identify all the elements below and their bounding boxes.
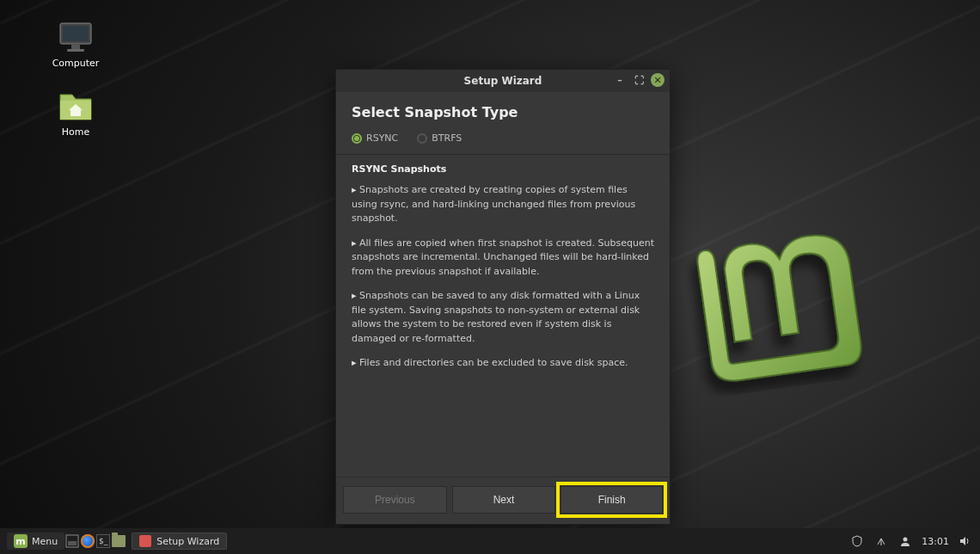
user-tray-icon[interactable]: [897, 533, 913, 549]
network-tray-icon[interactable]: [873, 533, 889, 549]
previous-button: Previous: [343, 486, 447, 514]
mint-logo-wallpaper: [679, 224, 877, 396]
folder-home-icon: [57, 90, 95, 123]
minimize-button[interactable]: –: [613, 73, 627, 87]
radio-rsync[interactable]: RSYNC: [352, 132, 398, 144]
svg-point-7: [903, 538, 908, 542]
desktop-icon-computer[interactable]: Computer: [41, 22, 110, 69]
radio-dot-icon: [352, 133, 362, 144]
clock[interactable]: 13:01: [922, 536, 949, 547]
bullet-text: All files are copied when first snapshot…: [352, 237, 654, 280]
taskbar: Menu $_ Setup Wizard 13:01: [0, 528, 980, 554]
desktop-icon-home[interactable]: Home: [41, 90, 110, 138]
maximize-button[interactable]: ⛶: [632, 73, 646, 87]
wizard-heading: Select Snapshot Type: [352, 104, 654, 120]
next-button[interactable]: Next: [452, 486, 556, 514]
svg-rect-2: [71, 45, 80, 49]
svg-rect-3: [67, 49, 84, 52]
system-tray: 13:01: [849, 533, 973, 549]
finish-button[interactable]: Finish: [560, 486, 663, 514]
menu-button[interactable]: Menu: [7, 532, 64, 550]
timeshift-icon: [139, 535, 151, 547]
firefox-launcher[interactable]: [80, 533, 95, 549]
window-title: Setup Wizard: [464, 75, 542, 87]
close-button[interactable]: ✕: [651, 73, 665, 87]
terminal-launcher[interactable]: $_: [95, 533, 111, 549]
files-launcher[interactable]: [111, 533, 126, 549]
volume-tray-icon[interactable]: [958, 533, 973, 549]
radio-label: BTRFS: [432, 132, 462, 144]
desktop-icon-label: Computer: [41, 58, 110, 69]
svg-rect-1: [63, 26, 89, 41]
setup-wizard-window: Setup Wizard – ⛶ ✕ Select Snapshot Type …: [335, 69, 671, 525]
bullet-text: Snapshots can be saved to any disk forma…: [352, 289, 654, 346]
desktop-icon-label: Home: [41, 126, 110, 138]
mint-icon: [14, 534, 28, 548]
radio-dot-icon: [417, 133, 427, 144]
wizard-footer: Previous Next Finish: [336, 477, 670, 524]
monitor-icon: [57, 22, 95, 54]
bullet-text: Files and directories can be excluded to…: [352, 356, 654, 371]
separator: [336, 154, 670, 155]
section-title: RSYNC Snapshots: [352, 163, 654, 175]
svg-rect-6: [68, 541, 77, 545]
taskbar-window-button[interactable]: Setup Wizard: [132, 532, 227, 550]
menu-label: Menu: [32, 536, 58, 547]
window-titlebar[interactable]: Setup Wizard – ⛶ ✕: [336, 70, 670, 92]
taskbar-window-label: Setup Wizard: [156, 536, 219, 547]
show-desktop-button[interactable]: [64, 533, 80, 549]
bullet-text: Snapshots are created by creating copies…: [352, 183, 654, 226]
radio-btrfs[interactable]: BTRFS: [417, 132, 462, 144]
radio-label: RSYNC: [366, 132, 398, 144]
shield-tray-icon[interactable]: [849, 533, 865, 549]
